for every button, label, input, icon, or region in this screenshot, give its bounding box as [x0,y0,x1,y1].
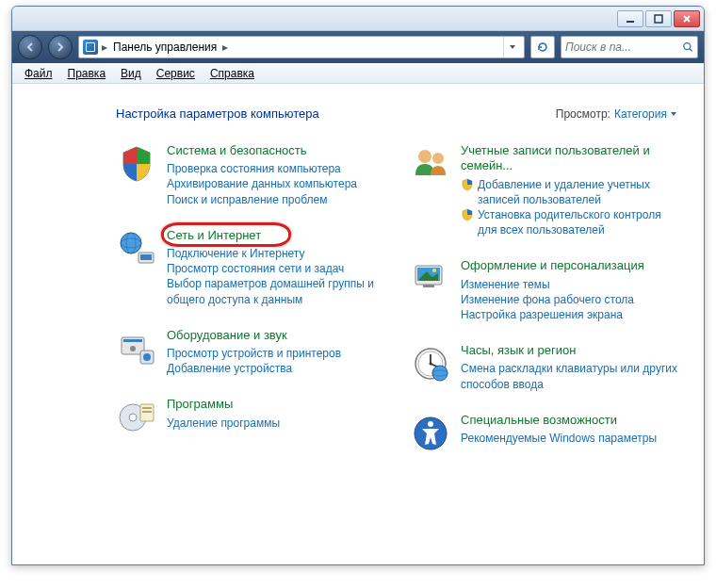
sub-link[interactable]: Проверка состояния компьютера [167,161,383,176]
titlebar [12,7,704,31]
right-column: Учетные записи пользователей и семейн...… [410,143,677,454]
sub-link[interactable]: Архивирование данных компьютера [167,176,383,191]
menu-view[interactable]: Вид [114,65,148,82]
svg-rect-23 [423,285,434,287]
shield-icon [461,208,474,221]
svg-rect-1 [655,15,662,23]
category-title[interactable]: Оборудование и звук [167,328,287,343]
category-programs: Программы Удаление программы [116,397,383,438]
category-network-internet: Сеть и Интернет Подключение к Интернету … [116,228,383,307]
svg-point-18 [418,150,431,163]
address-field[interactable]: ▸ Панель управления ▸ [78,36,525,58]
accessibility-icon [410,413,451,454]
hardware-icon [116,328,157,369]
svg-point-14 [129,414,137,421]
svg-point-12 [143,353,151,361]
control-panel-icon [83,40,98,55]
appearance-icon [410,258,451,300]
nav-back-button[interactable] [18,35,42,59]
svg-point-3 [121,233,141,253]
svg-rect-16 [142,407,152,409]
breadcrumb-sep-icon: ▸ [222,41,228,54]
sub-link[interactable]: Просмотр состояния сети и задач [167,261,383,276]
refresh-button[interactable] [530,36,555,58]
category-title[interactable]: Программы [167,397,233,412]
category-user-accounts: Учетные записи пользователей и семейн...… [410,143,677,237]
category-title[interactable]: Учетные записи пользователей и семейн... [461,143,677,174]
content-area: Настройка параметров компьютера Просмотр… [12,84,704,564]
shield-icon [461,178,474,191]
menu-help[interactable]: Справка [203,65,261,82]
breadcrumb-root[interactable]: Панель управления [111,41,219,54]
category-system-security: Система и безопасность Проверка состояни… [116,143,383,207]
window: ▸ Панель управления ▸ Файл Правка Вид Се… [11,6,705,565]
view-selector: Просмотр: Категория [556,107,677,121]
svg-point-22 [432,269,436,272]
users-icon [410,143,451,185]
minimize-button[interactable] [617,10,643,27]
svg-point-19 [432,153,444,164]
nav-forward-button[interactable] [48,35,73,59]
svg-rect-17 [142,411,152,413]
category-appearance: Оформление и персонализация Изменение те… [410,258,677,322]
sub-link[interactable]: Изменение фона рабочего стола [461,292,677,307]
search-field[interactable] [561,36,698,58]
category-title[interactable]: Часы, язык и регион [461,343,576,358]
category-title[interactable]: Сеть и Интернет [167,228,261,243]
address-dropdown-button[interactable] [503,37,520,57]
search-icon [682,41,693,54]
menu-file[interactable]: Файл [18,65,59,82]
category-accessibility: Специальные возможности Рекомендуемые Wi… [410,413,677,454]
sub-link[interactable]: Смена раскладки клавиатуры или других сп… [461,361,677,391]
svg-rect-9 [123,339,142,342]
category-title[interactable]: Оформление и персонализация [461,258,644,273]
menubar: Файл Правка Вид Сервис Справка [12,63,704,84]
view-label: Просмотр: [556,107,610,121]
network-icon [116,228,157,270]
sub-link[interactable]: Настройка разрешения экрана [461,307,677,322]
svg-rect-7 [140,254,152,260]
sub-link[interactable]: Добавление и удаление учетных записей по… [478,177,677,207]
category-title[interactable]: Специальные возможности [461,413,617,428]
svg-rect-0 [626,21,634,23]
clock-icon [410,343,451,384]
svg-point-30 [428,421,433,427]
svg-point-27 [432,366,448,381]
sub-link[interactable]: Изменение темы [461,277,677,292]
sub-link[interactable]: Просмотр устройств и принтеров [167,346,383,361]
address-bar: ▸ Панель управления ▸ [12,31,704,63]
system-security-icon [116,143,157,185]
breadcrumb-sep-icon: ▸ [102,41,107,54]
chevron-down-icon [670,110,677,118]
menu-edit[interactable]: Правка [61,65,113,82]
left-column: Система и безопасность Проверка состояни… [116,143,383,454]
menu-tools[interactable]: Сервис [150,65,202,82]
sub-link[interactable]: Выбор параметров домашней группы и общег… [167,276,383,306]
category-title[interactable]: Система и безопасность [167,143,307,158]
page-title: Настройка параметров компьютера [116,106,319,121]
svg-point-26 [430,363,432,366]
close-button[interactable] [674,10,700,27]
sub-link[interactable]: Установка родительского контроля для все… [478,207,677,237]
programs-icon [116,397,157,438]
search-input[interactable] [565,41,678,54]
svg-point-10 [130,346,136,351]
maximize-button[interactable] [645,10,672,27]
sub-link[interactable]: Поиск и исправление проблем [167,192,383,207]
sub-link[interactable]: Удаление программы [167,416,383,431]
category-hardware-sound: Оборудование и звук Просмотр устройств и… [116,328,383,377]
sub-link[interactable]: Подключение к Интернету [167,246,383,261]
view-mode-dropdown[interactable]: Категория [614,107,677,121]
sub-link[interactable]: Рекомендуемые Windows параметры [461,431,677,446]
svg-point-2 [683,43,690,50]
category-clock-region: Часы, язык и регион Смена раскладки клав… [410,343,677,392]
sub-link[interactable]: Добавление устройства [167,361,383,376]
